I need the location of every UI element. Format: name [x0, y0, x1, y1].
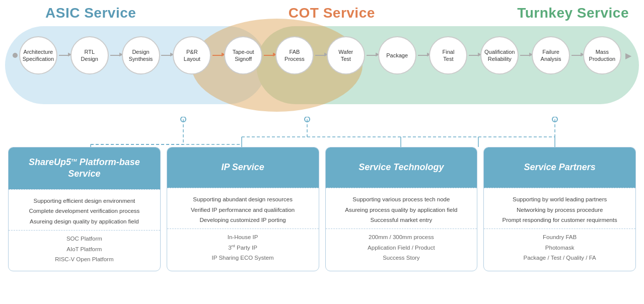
node-failure-analysis: FailureAnalysis [532, 36, 570, 74]
node-circle-design-synth: DesignSynthesis [122, 36, 160, 74]
cards-section: ShareUp5TM Platform-base Service Support… [0, 147, 644, 271]
arrow-3 [161, 55, 171, 56]
node-circle-final-test: FinalTest [429, 36, 467, 74]
node-rtl-design: RTLDesign [70, 36, 109, 74]
arrow-5 [264, 55, 274, 56]
node-mass-prod: MassProduction [583, 36, 621, 74]
card-header-service-tech: Service Technology [326, 147, 477, 188]
node-circle-qual-rel: QualificationReliability [480, 36, 519, 74]
card-sub-ip-service: In-House IP 3rd Party IP IP Sharing ECO … [167, 229, 319, 269]
arrow-7 [367, 55, 377, 56]
node-final-test: FinalTest [429, 36, 467, 74]
arrow-2 [110, 55, 120, 56]
card-header-ip-service: IP Service [167, 147, 319, 188]
node-circle-fab-process: FABProcess [275, 36, 314, 74]
main-container: ASIC Service COT Service Turnkey Service… [0, 0, 644, 281]
node-package: Package [378, 36, 416, 74]
arrow-8 [418, 55, 428, 56]
cot-service-label: COT Service [289, 5, 375, 21]
node-circle-failure-analysis: FailureAnalysis [532, 36, 570, 74]
node-arch-spec: ArchitectureSpecification [19, 36, 57, 74]
card-header-shareup5: ShareUp5TM Platform-base Service [9, 147, 160, 189]
card-shareup5: ShareUp5TM Platform-base Service Support… [8, 147, 161, 271]
card-title-ip-service: IP Service [221, 162, 264, 173]
arrow-6 [315, 55, 325, 56]
node-circle-tape-out: Tape-outSignoff [224, 36, 262, 74]
card-body-shareup5: Supporting efficient design environment … [9, 190, 160, 230]
card-body-service-tech: Supporting various process tech node Asu… [326, 188, 477, 229]
node-circle-wafer-test: WaferTest [327, 36, 365, 74]
node-pr-layout: P&RLayout [173, 36, 211, 74]
node-circle-package: Package [378, 36, 416, 74]
node-tape-out: Tape-outSignoff [224, 36, 262, 74]
connector-svg [5, 117, 639, 147]
node-design-synth: DesignSynthesis [122, 36, 160, 74]
process-flow-area: ArchitectureSpecification RTLDesign Desi… [5, 16, 639, 117]
start-dot [13, 53, 18, 58]
arrow-11 [571, 55, 582, 56]
card-ip-service: IP Service Supporting abundant design re… [167, 147, 319, 271]
node-wafer-test: WaferTest [327, 36, 365, 74]
card-title-shareup5: ShareUp5TM Platform-base Service [14, 157, 155, 180]
service-labels: ASIC Service COT Service Turnkey Service [0, 5, 644, 21]
connector-section [5, 117, 639, 147]
arrow-9 [469, 55, 479, 56]
card-body-service-partners: Supporting by world leading partners Net… [484, 188, 635, 229]
arrow-4 [212, 55, 223, 56]
card-body-ip-service: Supporting abundant design resources Ver… [167, 188, 319, 229]
node-fab-process: FABProcess [275, 36, 314, 74]
node-qual-rel: QualificationReliability [480, 36, 519, 74]
card-sub-shareup5: SOC Platform AIoT Platform RISC-V Open P… [9, 231, 160, 271]
card-sub-service-partners: Foundry FAB Photomask Package / Test / Q… [484, 229, 635, 269]
turnkey-service-label: Turnkey Service [517, 5, 629, 21]
card-title-service-tech: Service Technology [359, 162, 444, 173]
card-service-technology: Service Technology Supporting various pr… [325, 147, 478, 271]
arrow-10 [520, 55, 530, 56]
end-arrow: ▶ [625, 51, 631, 60]
node-circle-pr-layout: P&RLayout [173, 36, 211, 74]
card-service-partners: Service Partners Supporting by world lea… [483, 147, 636, 271]
process-nodes-row: ArchitectureSpecification RTLDesign Desi… [5, 36, 639, 74]
card-sub-service-tech: 200mm / 300mm process Application Field … [326, 229, 477, 269]
card-header-service-partners: Service Partners [484, 147, 635, 188]
card-title-service-partners: Service Partners [524, 162, 596, 173]
node-circle-mass-prod: MassProduction [583, 36, 621, 74]
node-circle-rtl-design: RTLDesign [70, 36, 109, 74]
node-circle-arch-spec: ArchitectureSpecification [19, 36, 57, 74]
asic-service-label: ASIC Service [45, 5, 136, 21]
arrow-1 [59, 55, 69, 56]
